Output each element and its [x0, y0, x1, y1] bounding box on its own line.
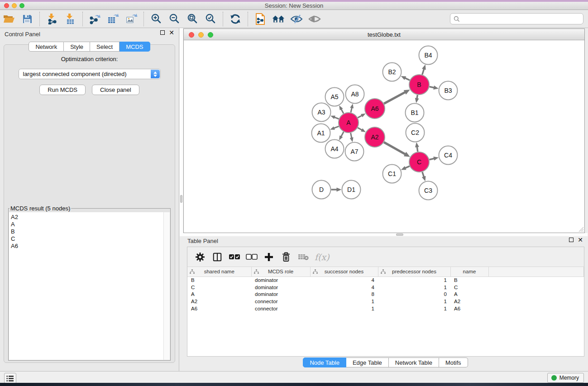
node-B3[interactable]: B3: [439, 81, 458, 100]
svg-text:A2: A2: [371, 133, 378, 141]
table-row[interactable]: A6connector11A6: [187, 305, 584, 312]
control-panel-header: Control Panel ✕: [0, 28, 179, 40]
node-C4[interactable]: C4: [439, 146, 458, 165]
tab-motifs[interactable]: Motifs: [439, 357, 468, 367]
edge-A2-C[interactable]: [384, 142, 406, 154]
table-panel-tabs: Node TableEdge TableNetwork TableMotifs: [183, 357, 588, 367]
node-C3[interactable]: C3: [419, 181, 438, 200]
network-from-file-icon[interactable]: [253, 12, 267, 26]
result-scrollbar[interactable]: [163, 212, 170, 360]
tab-network[interactable]: Network: [29, 42, 64, 52]
node-A4[interactable]: A4: [325, 140, 344, 158]
node-A5[interactable]: A5: [325, 88, 344, 106]
export-table-icon[interactable]: [106, 12, 120, 26]
column-header-predecessor-nodes[interactable]: predecessor nodes: [378, 267, 450, 276]
table-row[interactable]: Adominator80A: [187, 291, 584, 298]
zoom-selected-icon[interactable]: [204, 12, 217, 26]
open-session-icon[interactable]: [2, 12, 16, 26]
criterion-dropdown[interactable]: largest connected component (directed): [19, 69, 161, 79]
run-mcds-button[interactable]: Run MCDS: [39, 85, 86, 95]
save-session-icon[interactable]: [20, 12, 34, 26]
node-D1[interactable]: D1: [342, 181, 361, 199]
node-A[interactable]: A: [339, 113, 359, 133]
node-B1[interactable]: B1: [406, 104, 424, 122]
arrowhead-icon: [337, 188, 342, 192]
columns-icon[interactable]: [211, 251, 224, 263]
zoom-out-icon[interactable]: [167, 12, 181, 26]
delete-icon[interactable]: [280, 251, 292, 263]
edge-A6-B[interactable]: [384, 92, 406, 104]
column-header-shared-name[interactable]: shared name: [187, 267, 251, 276]
add-icon[interactable]: [263, 251, 275, 263]
table-panel-title: Table Panel: [187, 238, 218, 244]
column-header-name[interactable]: name: [450, 267, 488, 276]
tab-mcds[interactable]: MCDS: [120, 42, 150, 52]
node-A2[interactable]: A2: [365, 127, 385, 147]
select-all-icon[interactable]: [228, 251, 241, 263]
node-A8[interactable]: A8: [346, 85, 364, 104]
resize-grip-icon[interactable]: [578, 226, 584, 232]
export-network-icon[interactable]: [88, 12, 102, 26]
table-row[interactable]: Bdominator41B: [187, 276, 584, 284]
node-C2[interactable]: C2: [406, 124, 425, 142]
home-layout-icon[interactable]: [272, 12, 285, 26]
tab-style[interactable]: Style: [64, 42, 90, 52]
mcds-result-list[interactable]: A2ABCA6: [9, 212, 163, 360]
edge-B-B4[interactable]: [422, 68, 424, 75]
close-table-panel-icon[interactable]: ✕: [578, 238, 583, 242]
float-panel-icon[interactable]: [160, 30, 165, 35]
svg-text:A6: A6: [371, 105, 378, 112]
result-item[interactable]: A2: [11, 214, 163, 221]
hide-details-icon[interactable]: [290, 12, 303, 26]
table-row[interactable]: A2connector11A2: [187, 298, 584, 305]
zoom-in-icon[interactable]: [149, 12, 163, 26]
node-B2[interactable]: B2: [383, 63, 402, 81]
svg-text:B1: B1: [411, 109, 418, 116]
import-network-icon[interactable]: [45, 12, 59, 26]
close-panel-icon[interactable]: ✕: [169, 30, 174, 35]
network-graph: B4B2BB3A5A8A6A3B1AA1C2A2A4A7CC4C1C3DD1: [184, 41, 584, 233]
deselect-all-icon[interactable]: [245, 251, 258, 263]
tab-node-table[interactable]: Node Table: [303, 357, 346, 367]
node-A3[interactable]: A3: [312, 103, 331, 122]
memory-button[interactable]: Memory: [547, 373, 584, 383]
export-image-icon[interactable]: [124, 12, 138, 26]
result-item[interactable]: A: [11, 221, 163, 228]
network-canvas[interactable]: B4B2BB3A5A8A6A3B1AA1C2A2A4A7CC4C1C3DD1: [184, 41, 584, 233]
desktop-vertical-scrollbar[interactable]: [180, 28, 183, 234]
node-A6[interactable]: A6: [365, 99, 385, 119]
task-monitor-button[interactable]: [4, 373, 16, 384]
close-panel-button[interactable]: Close panel: [92, 85, 139, 95]
result-item[interactable]: C: [11, 235, 163, 243]
show-details-icon[interactable]: [308, 12, 321, 26]
node-B4[interactable]: B4: [419, 46, 438, 65]
tab-network-table[interactable]: Network Table: [389, 357, 439, 367]
toolbar-separator: [248, 12, 248, 26]
node-B[interactable]: B: [409, 75, 429, 95]
optimization-criterion-label: Optimization criterion:: [4, 56, 175, 62]
tab-select[interactable]: Select: [90, 42, 120, 52]
node-C1[interactable]: C1: [383, 165, 402, 183]
import-table-icon[interactable]: [63, 12, 77, 26]
float-table-panel-icon[interactable]: [569, 238, 574, 242]
result-item[interactable]: B: [11, 228, 163, 235]
gear-icon[interactable]: [194, 251, 206, 263]
node-A1[interactable]: A1: [312, 124, 330, 143]
search-field[interactable]: [450, 13, 583, 24]
toolbar-separator: [223, 12, 223, 26]
column-header-MCDS-role[interactable]: MCDS role: [251, 267, 310, 276]
memory-status-icon: [551, 375, 557, 381]
result-item[interactable]: A6: [11, 243, 163, 250]
refresh-icon[interactable]: [229, 12, 242, 26]
node-A7[interactable]: A7: [345, 143, 364, 161]
node-C[interactable]: C: [409, 152, 429, 172]
control-panel: Control Panel ✕ NetworkStyleSelectMCDS O…: [0, 28, 179, 371]
node-D[interactable]: D: [312, 181, 331, 199]
node-table[interactable]: shared nameMCDS rolesuccessor nodesprede…: [187, 267, 584, 312]
column-header-successor-nodes[interactable]: successor nodes: [310, 267, 378, 276]
arrowhead-icon: [433, 86, 439, 90]
table-row[interactable]: Cdominator41C: [187, 284, 584, 291]
tab-edge-table[interactable]: Edge Table: [346, 357, 389, 367]
search-input[interactable]: [462, 16, 583, 22]
zoom-fit-icon[interactable]: [186, 12, 199, 26]
